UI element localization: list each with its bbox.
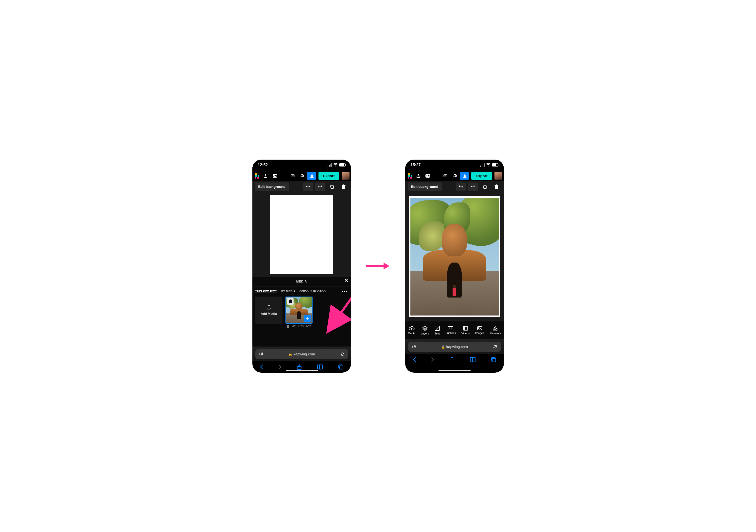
drawer-header: MEDIA — [253, 277, 351, 287]
nav-tabs-button[interactable] — [338, 364, 343, 370]
tool-media[interactable]: Media — [408, 326, 415, 335]
layers-icon — [422, 326, 428, 331]
svg-point-12 — [464, 174, 466, 176]
thumbnail-add-button[interactable]: + — [304, 315, 311, 322]
bottom-toolbar: Media Layers Text Subtitles Videos Image… — [405, 321, 504, 339]
svg-rect-7 — [339, 366, 343, 369]
person-figure — [452, 285, 456, 299]
svg-rect-11 — [444, 174, 447, 177]
rename-button[interactable] — [271, 172, 279, 180]
settings-button[interactable] — [298, 172, 306, 180]
text-size-button[interactable]: AA — [412, 344, 417, 349]
edit-toolbar: Edit background — [253, 181, 351, 192]
url-bar[interactable]: AA 🔒 kapwing.com — [408, 342, 501, 352]
thumbnail-delete-button[interactable] — [287, 298, 294, 305]
transition-arrow — [366, 261, 391, 271]
export-button[interactable]: Export — [318, 172, 339, 180]
tool-elements[interactable]: Elements — [490, 326, 501, 335]
status-indicators — [480, 163, 499, 167]
comments-button[interactable] — [288, 172, 297, 180]
tool-videos[interactable]: Videos — [461, 326, 470, 335]
reload-button[interactable] — [340, 352, 345, 356]
home-indicator[interactable] — [439, 370, 471, 371]
nav-back-button[interactable] — [413, 357, 416, 362]
redo-button[interactable] — [315, 183, 325, 191]
reload-button[interactable] — [493, 344, 498, 349]
status-bar: 15:27 — [405, 160, 504, 170]
nav-forward-button[interactable] — [278, 364, 282, 370]
nav-forward-button[interactable] — [431, 357, 435, 362]
text-icon — [435, 326, 440, 331]
svg-rect-15 — [448, 327, 453, 330]
tab-this-project[interactable]: THIS PROJECT — [256, 290, 277, 293]
svg-point-4 — [311, 174, 313, 176]
nav-share-button[interactable] — [449, 357, 454, 363]
invite-button[interactable] — [307, 172, 316, 180]
duplicate-button[interactable] — [327, 183, 337, 191]
export-button[interactable]: Export — [471, 172, 492, 180]
url-bar[interactable]: AA 🔒 kapwing.com — [256, 349, 348, 359]
canvas-blank[interactable] — [270, 195, 333, 274]
safari-chrome: AA 🔒 kapwing.com — [253, 346, 351, 361]
app-logo[interactable] — [255, 173, 259, 179]
canvas-with-image[interactable] — [409, 196, 500, 317]
signal-icon — [480, 163, 485, 167]
status-bar: 12:52 — [253, 160, 351, 170]
comments-button[interactable] — [441, 172, 449, 180]
home-indicator[interactable] — [286, 370, 318, 371]
settings-button[interactable] — [450, 172, 459, 180]
app-logo[interactable] — [408, 173, 412, 179]
edit-background-button[interactable]: Edit background — [255, 183, 289, 191]
status-indicators — [328, 163, 346, 167]
tool-subtitles[interactable]: Subtitles — [446, 326, 456, 335]
drawer-tabs: THIS PROJECT MY MEDIA GOOGLE PHOTOS ••• — [253, 287, 351, 296]
svg-point-19 — [493, 329, 495, 330]
add-media-label: Add Media — [261, 312, 277, 316]
rename-button[interactable] — [423, 172, 432, 180]
delete-button[interactable] — [339, 183, 349, 191]
image-icon — [477, 326, 482, 331]
battery-icon — [339, 163, 346, 166]
nav-bookmarks-button[interactable] — [470, 357, 476, 362]
screenshot-left: 12:52 Export — [253, 160, 351, 373]
svg-rect-10 — [426, 175, 427, 176]
duplicate-button[interactable] — [480, 183, 490, 191]
undo-button[interactable] — [456, 183, 466, 191]
undo-button[interactable] — [303, 183, 313, 191]
nav-back-button[interactable] — [260, 364, 263, 370]
tool-text[interactable]: Text — [435, 326, 440, 335]
drawer-title: MEDIA — [296, 280, 307, 283]
nav-bookmarks-button[interactable] — [317, 365, 323, 369]
user-avatar[interactable] — [495, 172, 502, 180]
add-media-button[interactable]: Add Media — [256, 296, 283, 324]
svg-rect-3 — [291, 174, 294, 177]
edit-toolbar: Edit background — [405, 181, 504, 192]
svg-rect-22 — [492, 358, 496, 362]
media-thumbnail-wrap: + IMG_2322.JPG — [285, 296, 312, 328]
edit-background-button[interactable]: Edit background — [408, 183, 442, 191]
tab-my-media[interactable]: MY MEDIA — [281, 290, 296, 293]
svg-rect-5 — [331, 186, 334, 189]
close-drawer-button[interactable] — [344, 278, 349, 283]
redo-button[interactable] — [468, 183, 478, 191]
user-avatar[interactable] — [342, 172, 350, 180]
invite-button[interactable] — [460, 172, 469, 180]
battery-icon — [492, 163, 499, 166]
text-size-button[interactable]: AA — [259, 352, 264, 356]
tool-layers[interactable]: Layers — [421, 326, 429, 335]
drawer-more-button[interactable]: ••• — [342, 289, 348, 294]
nav-share-button[interactable] — [297, 364, 302, 370]
delete-button[interactable] — [492, 183, 501, 191]
tool-images[interactable]: Images — [475, 326, 484, 335]
safari-nav — [405, 354, 504, 365]
svg-rect-2 — [273, 175, 275, 176]
file-icon — [287, 325, 290, 328]
media-drawer: MEDIA THIS PROJECT MY MEDIA GOOGLE PHOTO… — [253, 277, 351, 346]
nav-tabs-button[interactable] — [491, 357, 496, 362]
tab-google-photos[interactable]: GOOGLE PHOTOS — [300, 290, 326, 293]
canvas-area[interactable] — [405, 192, 504, 321]
canvas-area[interactable] — [253, 192, 351, 277]
share-button[interactable] — [414, 172, 422, 180]
share-button[interactable] — [261, 172, 270, 180]
media-thumbnail[interactable]: + — [285, 296, 312, 324]
